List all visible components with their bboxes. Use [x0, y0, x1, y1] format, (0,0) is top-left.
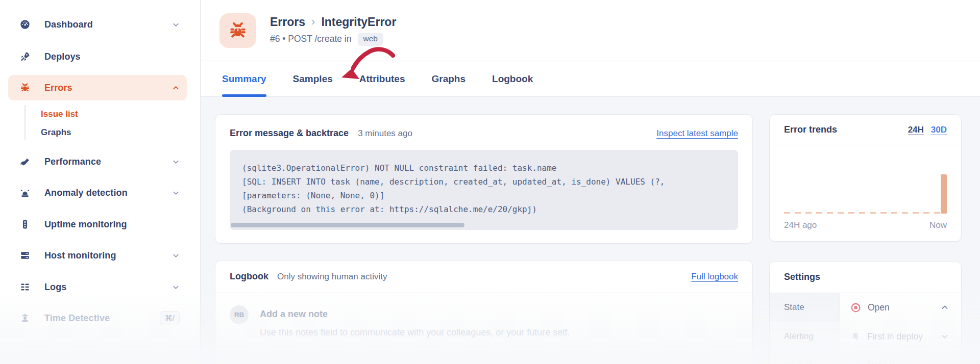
state-dropdown[interactable]: Open [840, 293, 961, 322]
note-input-label: Add a new note [260, 309, 570, 320]
code-line: [SQL: INSERT INTO task (name, descriptio… [230, 175, 738, 189]
horizontal-scrollbar-thumb[interactable] [231, 223, 464, 227]
header-text: Errors › IntegrityError #6 • POST /creat… [270, 15, 396, 46]
subnav-indent-line [24, 105, 26, 140]
keyboard-shortcut-badge: ⌘/ [160, 311, 180, 325]
sidebar-item-uptime-monitoring[interactable]: Uptime monitoring [8, 212, 187, 237]
note-input-area[interactable]: Add a new note Use this notes field to c… [260, 305, 570, 338]
avatar: RB [230, 305, 249, 324]
logbook-card: Logbook Only showing human activity Full… [215, 260, 753, 364]
error-trends-card: Error trends 24H 30D 24H ago Now [769, 114, 962, 242]
setting-value: Open [868, 302, 890, 313]
chevron-down-icon [172, 189, 180, 197]
card-title: Error trends [784, 124, 908, 135]
sidebar-item-anomaly-detection[interactable]: Anomaly detection [8, 180, 187, 205]
setting-row-severity: Severity Not set [770, 351, 961, 364]
tab-summary[interactable]: Summary [222, 61, 266, 96]
breadcrumb-errors-link[interactable]: Errors [270, 15, 305, 29]
add-note-row: RB Add a new note Use this notes field t… [215, 293, 752, 364]
tab-label: Summary [222, 73, 266, 85]
sidebar-item-label: Uptime monitoring [44, 219, 180, 230]
chart-x-axis-labels: 24H ago Now [770, 214, 961, 241]
traffic-light-icon [19, 219, 31, 230]
sidebar-item-logs[interactable]: Logs [8, 275, 187, 299]
logbook-card-header: Logbook Only showing human activity Full… [215, 261, 752, 293]
sidebar-subitem-issue-list[interactable]: Issue list [33, 105, 180, 123]
sidebar-item-performance[interactable]: Performance [8, 149, 187, 174]
chevron-down-icon [172, 21, 180, 29]
subitem-label: Issue list [41, 109, 78, 119]
alerting-dropdown[interactable]: First in deploy [840, 322, 961, 351]
breadcrumb-separator-icon: › [311, 15, 315, 29]
setting-row-state: State Open [770, 293, 961, 322]
not-set-icon [850, 360, 861, 364]
tab-samples[interactable]: Samples [293, 61, 333, 96]
sidebar-subitem-graphs[interactable]: Graphs [33, 123, 180, 142]
x-axis-end-label: Now [929, 220, 947, 230]
speedometer-icon [19, 19, 31, 30]
bell-deploy-icon [850, 331, 861, 342]
logbook-filter-note: Only showing human activity [277, 272, 387, 282]
chevron-down-icon [941, 361, 949, 364]
chevron-down-icon [172, 158, 180, 166]
bug-icon [228, 20, 248, 41]
tab-graphs[interactable]: Graphs [432, 61, 466, 96]
setting-label: Severity [770, 351, 840, 364]
logs-icon [19, 281, 31, 293]
card-title: Error message & backtrace [230, 128, 349, 139]
inspect-latest-sample-link[interactable]: Inspect latest sample [656, 128, 738, 139]
sidebar-item-dashboard[interactable]: Dashboard [8, 12, 187, 37]
error-occurrence-summary: #6 • POST /create in web [270, 33, 396, 46]
card-title: Logbook [230, 271, 268, 282]
detective-icon [19, 313, 31, 324]
horizontal-scrollbar [230, 223, 738, 227]
setting-value: Not set [867, 360, 895, 364]
main-area: Errors › IntegrityError #6 • POST /creat… [201, 0, 980, 364]
sidebar-item-label: Deploys [44, 51, 180, 62]
tab-label: Graphs [432, 73, 466, 85]
range-24h-link[interactable]: 24H [908, 125, 924, 135]
sidebar-item-time-detective[interactable]: Time Detective ⌘/ [8, 306, 187, 330]
last-occurrence-timestamp: 3 minutes ago [358, 128, 412, 139]
chevron-down-icon [172, 283, 180, 291]
sidebar-item-errors[interactable]: Errors [8, 75, 187, 100]
namespace-badge: web [358, 33, 383, 46]
breadcrumb-current: IntegrityError [321, 15, 396, 29]
tab-attributes[interactable]: Attributes [359, 61, 405, 96]
server-icon [19, 250, 31, 261]
full-logbook-link[interactable]: Full logbook [691, 272, 738, 282]
range-30d-link[interactable]: 30D [931, 125, 947, 135]
note-input-placeholder: Use this notes field to communicate with… [260, 327, 570, 338]
content-area: Error message & backtrace 3 minutes ago … [201, 97, 980, 363]
sidebar-item-label: Errors [44, 83, 159, 93]
sidebar-item-host-monitoring[interactable]: Host monitoring [8, 243, 187, 268]
tab-label: Logbook [492, 73, 533, 85]
siren-icon [19, 187, 31, 198]
error-trends-chart [784, 159, 947, 214]
breadcrumb: Errors › IntegrityError [270, 15, 396, 29]
error-message-card: Error message & backtrace 3 minutes ago … [215, 114, 753, 244]
settings-card: Settings State Open Alerting [769, 261, 962, 364]
page-header: Errors › IntegrityError #6 • POST /creat… [201, 0, 980, 61]
rabbit-icon [19, 156, 31, 167]
side-column: Error trends 24H 30D 24H ago Now Setting… [769, 114, 962, 364]
sidebar-item-label: Performance [44, 157, 159, 167]
error-trends-header: Error trends 24H 30D [770, 115, 961, 145]
setting-label: State [770, 293, 840, 322]
main-column: Error message & backtrace 3 minutes ago … [215, 114, 753, 364]
sidebar-item-label: Host monitoring [44, 250, 159, 261]
chevron-up-icon [172, 84, 180, 92]
error-backtrace-code-block: (sqlite3.OperationalError) NOT NULL cons… [230, 150, 738, 230]
code-line: (Background on this error at: https://sq… [230, 202, 738, 216]
chart-error-spike-bar [941, 174, 947, 214]
sidebar: Dashboard Deploys Errors Issue list Grap… [0, 0, 201, 364]
sidebar-item-deploys[interactable]: Deploys [8, 44, 187, 69]
tab-bar: Summary Samples Attributes Graphs Logboo… [201, 61, 980, 97]
setting-row-alerting: Alerting First in deploy [770, 322, 961, 351]
setting-label: Alerting [770, 322, 840, 351]
severity-dropdown[interactable]: Not set [840, 351, 961, 364]
tab-logbook[interactable]: Logbook [492, 61, 533, 96]
rocket-icon [19, 51, 31, 62]
sidebar-item-label: Anomaly detection [44, 188, 159, 198]
bug-icon [19, 82, 31, 93]
